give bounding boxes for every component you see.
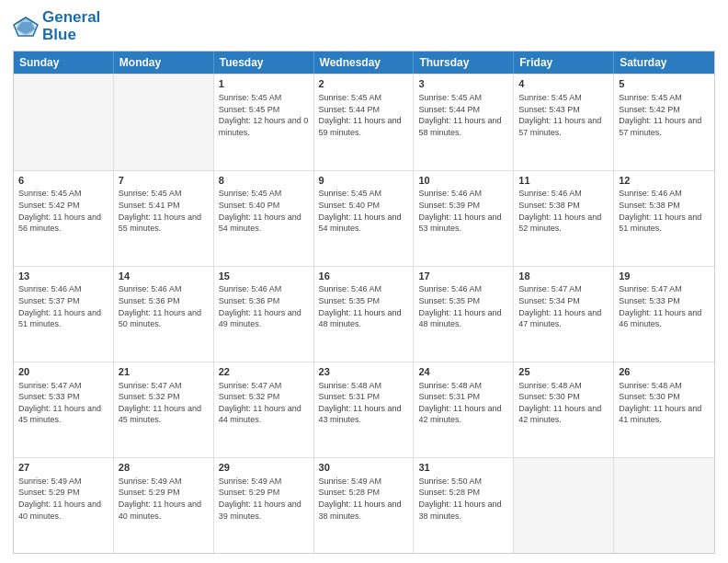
day-info: Sunrise: 5:45 AMSunset: 5:42 PMDaylight:… [619, 92, 710, 138]
calendar-cell: 29Sunrise: 5:49 AMSunset: 5:29 PMDayligh… [214, 458, 314, 553]
day-number: 14 [119, 270, 209, 283]
day-info: Sunrise: 5:46 AMSunset: 5:36 PMDaylight:… [219, 283, 309, 329]
day-number: 24 [418, 365, 508, 379]
day-info: Sunrise: 5:48 AMSunset: 5:31 PMDaylight:… [418, 380, 508, 426]
calendar-cell: 23Sunrise: 5:48 AMSunset: 5:31 PMDayligh… [314, 362, 415, 457]
calendar-row: 1Sunrise: 5:45 AMSunset: 5:45 PMDaylight… [14, 74, 714, 169]
calendar-cell: 4Sunrise: 5:45 AMSunset: 5:43 PMDaylight… [514, 75, 614, 169]
day-number: 15 [219, 270, 309, 283]
day-number: 13 [18, 270, 108, 283]
calendar-cell: 8Sunrise: 5:45 AMSunset: 5:40 PMDaylight… [214, 171, 314, 266]
day-number: 23 [319, 365, 409, 379]
day-number: 10 [418, 174, 508, 188]
day-info: Sunrise: 5:45 AMSunset: 5:45 PMDaylight:… [219, 92, 309, 138]
day-number: 7 [119, 174, 209, 188]
day-number: 6 [18, 174, 108, 188]
calendar-cell [14, 75, 114, 169]
day-number: 11 [518, 174, 609, 188]
day-info: Sunrise: 5:45 AMSunset: 5:44 PMDaylight:… [418, 92, 508, 138]
calendar-cell: 15Sunrise: 5:46 AMSunset: 5:36 PMDayligh… [214, 267, 314, 362]
calendar-body: 1Sunrise: 5:45 AMSunset: 5:45 PMDaylight… [14, 74, 714, 553]
day-number: 31 [418, 461, 508, 475]
day-info: Sunrise: 5:47 AMSunset: 5:34 PMDaylight:… [518, 283, 609, 329]
day-info: Sunrise: 5:49 AMSunset: 5:29 PMDaylight:… [119, 476, 209, 522]
calendar-cell: 13Sunrise: 5:46 AMSunset: 5:37 PMDayligh… [14, 267, 114, 362]
calendar-cell: 19Sunrise: 5:47 AMSunset: 5:33 PMDayligh… [614, 267, 714, 362]
calendar-cell: 1Sunrise: 5:45 AMSunset: 5:45 PMDaylight… [214, 75, 314, 169]
calendar-cell: 10Sunrise: 5:46 AMSunset: 5:39 PMDayligh… [414, 171, 514, 266]
calendar-cell: 12Sunrise: 5:46 AMSunset: 5:38 PMDayligh… [614, 171, 714, 266]
calendar-cell: 24Sunrise: 5:48 AMSunset: 5:31 PMDayligh… [414, 362, 514, 457]
calendar-cell: 28Sunrise: 5:49 AMSunset: 5:29 PMDayligh… [114, 458, 214, 553]
day-info: Sunrise: 5:45 AMSunset: 5:44 PMDaylight:… [319, 92, 409, 138]
calendar-header: SundayMondayTuesdayWednesdayThursdayFrid… [14, 52, 714, 74]
calendar-cell: 21Sunrise: 5:47 AMSunset: 5:32 PMDayligh… [114, 362, 214, 457]
day-info: Sunrise: 5:47 AMSunset: 5:33 PMDaylight:… [619, 283, 710, 329]
day-number: 30 [319, 461, 409, 475]
calendar-cell: 18Sunrise: 5:47 AMSunset: 5:34 PMDayligh… [514, 267, 614, 362]
day-info: Sunrise: 5:46 AMSunset: 5:35 PMDaylight:… [319, 283, 409, 329]
calendar-cell: 30Sunrise: 5:49 AMSunset: 5:28 PMDayligh… [314, 458, 415, 553]
calendar-cell: 9Sunrise: 5:45 AMSunset: 5:40 PMDaylight… [314, 171, 415, 266]
day-info: Sunrise: 5:47 AMSunset: 5:32 PMDaylight:… [119, 380, 209, 426]
calendar-cell: 16Sunrise: 5:46 AMSunset: 5:35 PMDayligh… [314, 267, 415, 362]
calendar-row: 20Sunrise: 5:47 AMSunset: 5:33 PMDayligh… [14, 362, 714, 457]
day-number: 16 [319, 270, 409, 283]
day-info: Sunrise: 5:48 AMSunset: 5:30 PMDaylight:… [518, 380, 609, 426]
day-info: Sunrise: 5:48 AMSunset: 5:30 PMDaylight:… [619, 380, 710, 426]
calendar-cell: 11Sunrise: 5:46 AMSunset: 5:38 PMDayligh… [514, 171, 614, 266]
logo-icon [13, 17, 39, 37]
day-number: 9 [319, 174, 409, 188]
logo-text: General Blue [42, 9, 100, 43]
day-number: 4 [518, 77, 609, 91]
calendar-row: 6Sunrise: 5:45 AMSunset: 5:42 PMDaylight… [14, 170, 714, 266]
day-info: Sunrise: 5:48 AMSunset: 5:31 PMDaylight:… [319, 380, 409, 426]
day-number: 25 [518, 365, 609, 379]
day-info: Sunrise: 5:46 AMSunset: 5:35 PMDaylight:… [418, 283, 508, 329]
calendar-day-header: Saturday [614, 52, 714, 74]
header: General Blue [13, 9, 715, 43]
day-number: 27 [18, 461, 108, 475]
day-number: 20 [18, 365, 108, 379]
calendar-cell: 26Sunrise: 5:48 AMSunset: 5:30 PMDayligh… [614, 362, 714, 457]
day-info: Sunrise: 5:45 AMSunset: 5:40 PMDaylight:… [319, 188, 409, 234]
day-number: 21 [119, 365, 209, 379]
day-info: Sunrise: 5:50 AMSunset: 5:28 PMDaylight:… [418, 476, 508, 522]
calendar: SundayMondayTuesdayWednesdayThursdayFrid… [13, 51, 715, 554]
day-info: Sunrise: 5:45 AMSunset: 5:42 PMDaylight:… [18, 188, 108, 234]
calendar-cell: 7Sunrise: 5:45 AMSunset: 5:41 PMDaylight… [114, 171, 214, 266]
calendar-cell [614, 458, 714, 553]
day-number: 8 [219, 174, 309, 188]
calendar-cell: 6Sunrise: 5:45 AMSunset: 5:42 PMDaylight… [14, 171, 114, 266]
calendar-cell: 17Sunrise: 5:46 AMSunset: 5:35 PMDayligh… [414, 267, 514, 362]
calendar-day-header: Thursday [414, 52, 514, 74]
day-info: Sunrise: 5:45 AMSunset: 5:43 PMDaylight:… [518, 92, 609, 138]
page: General Blue SundayMondayTuesdayWednesda… [0, 0, 728, 563]
calendar-day-header: Friday [514, 52, 614, 74]
day-info: Sunrise: 5:49 AMSunset: 5:29 PMDaylight:… [18, 476, 108, 522]
calendar-cell: 14Sunrise: 5:46 AMSunset: 5:36 PMDayligh… [114, 267, 214, 362]
calendar-day-header: Sunday [14, 52, 114, 74]
calendar-cell: 5Sunrise: 5:45 AMSunset: 5:42 PMDaylight… [614, 75, 714, 169]
day-info: Sunrise: 5:46 AMSunset: 5:38 PMDaylight:… [619, 188, 710, 234]
day-info: Sunrise: 5:49 AMSunset: 5:28 PMDaylight:… [319, 476, 409, 522]
calendar-cell: 27Sunrise: 5:49 AMSunset: 5:29 PMDayligh… [14, 458, 114, 553]
day-info: Sunrise: 5:45 AMSunset: 5:40 PMDaylight:… [219, 188, 309, 234]
day-info: Sunrise: 5:46 AMSunset: 5:39 PMDaylight:… [418, 188, 508, 234]
day-number: 22 [219, 365, 309, 379]
day-info: Sunrise: 5:49 AMSunset: 5:29 PMDaylight:… [219, 476, 309, 522]
day-info: Sunrise: 5:46 AMSunset: 5:36 PMDaylight:… [119, 283, 209, 329]
day-number: 26 [619, 365, 710, 379]
day-number: 18 [518, 270, 609, 283]
day-info: Sunrise: 5:46 AMSunset: 5:38 PMDaylight:… [518, 188, 609, 234]
calendar-day-header: Wednesday [314, 52, 415, 74]
calendar-cell [114, 75, 214, 169]
day-info: Sunrise: 5:46 AMSunset: 5:37 PMDaylight:… [18, 283, 108, 329]
day-number: 19 [619, 270, 710, 283]
day-number: 2 [319, 77, 409, 91]
calendar-cell: 3Sunrise: 5:45 AMSunset: 5:44 PMDaylight… [414, 75, 514, 169]
day-number: 12 [619, 174, 710, 188]
day-number: 29 [219, 461, 309, 475]
calendar-cell: 22Sunrise: 5:47 AMSunset: 5:32 PMDayligh… [214, 362, 314, 457]
day-info: Sunrise: 5:45 AMSunset: 5:41 PMDaylight:… [119, 188, 209, 234]
